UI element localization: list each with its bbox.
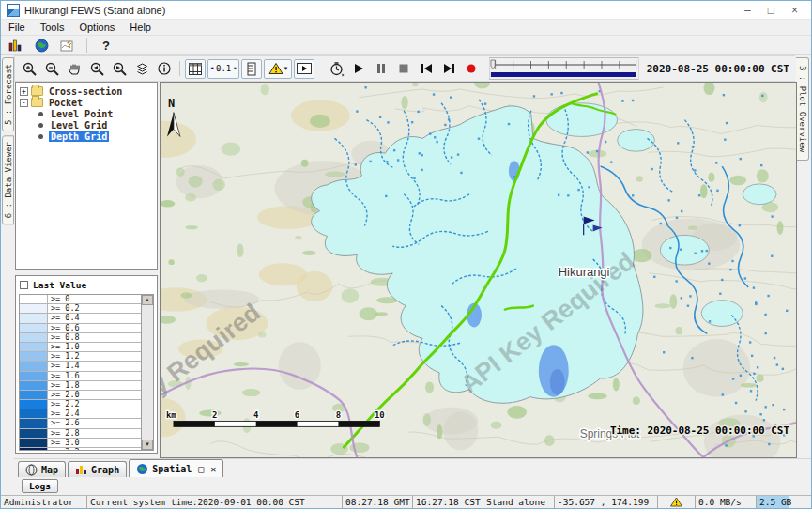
- legend-value-label: >= 0.6: [48, 324, 141, 332]
- tree-item-label[interactable]: Cross-section: [47, 86, 124, 97]
- tree-item-label[interactable]: Pocket: [47, 98, 84, 108]
- tab-graph[interactable]: Graph: [68, 461, 127, 477]
- map-viewport[interactable]: API Key Required API Key Required Hikura…: [160, 82, 797, 458]
- logs-button[interactable]: Logs: [22, 479, 58, 493]
- legend-value-label: >= 0.8: [48, 333, 141, 342]
- legend-row: >= 0.2: [20, 304, 141, 314]
- tree-item-label[interactable]: Level Point: [49, 109, 115, 119]
- status-memory: 2.5 GB: [757, 496, 811, 508]
- tree-expander-icon[interactable]: +: [20, 87, 28, 96]
- tab-spatial[interactable]: Spatial □ ✕: [129, 459, 223, 477]
- legend-row: >= 2.4: [20, 409, 141, 419]
- stop-button[interactable]: [393, 59, 414, 79]
- left-dock-strip: 5 : Forecast6 : Data Viewer: [1, 55, 14, 458]
- layers-icon[interactable]: [131, 59, 152, 79]
- close-button[interactable]: ×: [791, 2, 798, 19]
- toolbar-separator: [179, 61, 180, 76]
- filter-tree: + Cross-section - Pocket Level Po: [15, 82, 158, 270]
- help-button[interactable]: ?: [96, 37, 116, 54]
- legend-value-label: >= 1.8: [48, 381, 141, 390]
- warning-icon[interactable]: [670, 497, 682, 507]
- node-bullet-icon: [38, 123, 43, 128]
- legend-row: >= 0.6: [20, 324, 141, 333]
- maximize-button[interactable]: □: [768, 2, 774, 19]
- tab-restore-icon[interactable]: □: [198, 464, 204, 474]
- database-explorer-icon[interactable]: [5, 37, 25, 54]
- tree-item[interactable]: Depth Grid: [16, 131, 157, 142]
- legend-table: >= 0 >= 0.2 >= 0.4: [20, 295, 141, 450]
- legend-row: >= 3.2: [20, 448, 141, 450]
- globe-map-icon[interactable]: [31, 37, 52, 54]
- time-slider[interactable]: [489, 57, 639, 80]
- menu-item[interactable]: Tools: [33, 21, 72, 34]
- window-title: Hikurangi FEWS (Stand alone): [24, 5, 165, 16]
- scale-unit-label: km: [166, 410, 176, 420]
- menu-item[interactable]: File: [1, 21, 33, 34]
- tree-item-label[interactable]: Depth Grid: [49, 131, 109, 142]
- grid-display-button[interactable]: [185, 59, 206, 79]
- tree-item[interactable]: Level Grid: [16, 119, 157, 131]
- scroll-up-icon[interactable]: ▲: [142, 295, 153, 305]
- pause-button[interactable]: [371, 59, 391, 79]
- play-button[interactable]: [348, 59, 369, 79]
- zoom-in-icon[interactable]: [19, 59, 39, 79]
- tab-spatial-label: Spatial: [152, 464, 192, 474]
- node-bullet-icon: [38, 134, 43, 139]
- legend-color-swatch: [20, 343, 48, 351]
- status-mode: Stand alone: [483, 496, 555, 508]
- minimize-button[interactable]: –: [744, 2, 751, 19]
- legend-color-swatch: [20, 372, 48, 380]
- right-dock-strip: 3 : Plot Overview: [795, 55, 811, 458]
- skip-to-end-button[interactable]: [438, 59, 459, 79]
- status-bar: Administrator Current system time:2020-0…: [1, 495, 811, 508]
- tree-item[interactable]: Level Point: [16, 108, 157, 119]
- zoom-out-icon[interactable]: [41, 59, 62, 79]
- status-gmt-time: 08:27:18 GMT: [343, 496, 413, 508]
- legend-value-label: >= 3.0: [48, 439, 141, 447]
- legend-value-label: >= 2.4: [48, 409, 141, 418]
- scale-tick: 6: [295, 410, 299, 420]
- status-coordinates: -35.657 , 174.199: [555, 496, 658, 508]
- pan-hand-icon[interactable]: [64, 59, 84, 79]
- menu-item[interactable]: Help: [122, 21, 159, 34]
- legend-row: >= 1.4: [20, 362, 141, 371]
- status-system-time: Current system time:2020-09-01 00:00 CST: [87, 496, 343, 508]
- app-window: Hikurangi FEWS (Stand alone) – □ × FileT…: [0, 0, 812, 509]
- last-value-checkbox[interactable]: [20, 281, 28, 289]
- skip-to-start-button[interactable]: [416, 59, 437, 79]
- tree-expander-icon[interactable]: -: [20, 99, 28, 107]
- warning-threshold-dropdown[interactable]: ▾: [264, 59, 292, 79]
- legend-color-swatch: [20, 381, 48, 390]
- view-tab-bar: Map Graph Spatial □ ✕: [14, 458, 811, 477]
- node-bullet-icon: [38, 112, 43, 116]
- zoom-previous-icon[interactable]: [86, 59, 107, 79]
- tab-close-icon[interactable]: ✕: [210, 464, 216, 474]
- info-icon[interactable]: [154, 59, 175, 79]
- legend-value-label: >= 0: [48, 295, 141, 303]
- tree-item-label[interactable]: Level Grid: [49, 120, 109, 131]
- tab-map[interactable]: Map: [18, 461, 66, 477]
- record-button[interactable]: [461, 59, 482, 79]
- legend-panel: Last Value >= 0 >= 0.2: [15, 275, 158, 454]
- dock-tab[interactable]: 3 : Plot Overview: [796, 57, 809, 161]
- zoom-next-icon[interactable]: [109, 59, 130, 79]
- legend-row: >= 0: [20, 295, 141, 304]
- legend-scale-button[interactable]: [241, 59, 262, 79]
- folder-icon: [31, 86, 43, 96]
- animation-timer-icon[interactable]: [326, 59, 346, 79]
- legend-color-swatch: [20, 304, 48, 313]
- dock-tab[interactable]: 5 : Forecast: [2, 57, 14, 131]
- legend-value-label: >= 2.6: [48, 419, 141, 427]
- class-break-dropdown[interactable]: • 0.1 ▾: [207, 59, 239, 79]
- dock-tab[interactable]: 6 : Data Viewer: [2, 135, 14, 224]
- menu-item[interactable]: Options: [71, 21, 122, 34]
- tree-item[interactable]: - Pocket: [16, 97, 157, 108]
- legend-row: >= 1.2: [20, 352, 141, 362]
- legend-scrollbar[interactable]: ▲ ▼: [141, 295, 153, 450]
- legend-color-swatch: [20, 314, 48, 322]
- time-slider-handle[interactable]: [491, 60, 495, 69]
- timeseries-chart-icon[interactable]: [57, 37, 78, 54]
- animation-player-button[interactable]: [294, 59, 314, 79]
- scroll-down-icon[interactable]: ▼: [142, 440, 153, 450]
- legend-row: >= 1.6: [20, 372, 141, 381]
